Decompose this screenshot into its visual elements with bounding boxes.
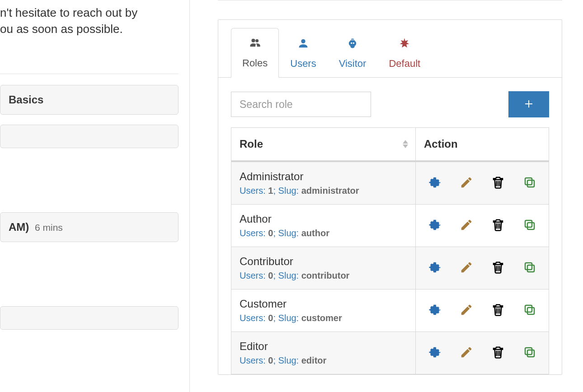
tab-default[interactable]: Default xyxy=(377,28,432,78)
role-name: Editor xyxy=(240,340,407,353)
table-row: AdministratorUsers: 1; Slug: administrat… xyxy=(231,162,549,205)
toolbar xyxy=(218,78,562,127)
users-label: Users: xyxy=(240,355,268,365)
cell-action xyxy=(416,162,549,204)
gear-icon xyxy=(428,303,442,318)
copy-icon xyxy=(523,345,536,360)
cell-role: ContributorUsers: 0; Slug: contributor xyxy=(231,247,416,289)
edit-button[interactable] xyxy=(459,176,474,191)
role-meta: Users: 1; Slug: administrator xyxy=(240,186,407,196)
clone-button[interactable] xyxy=(522,218,537,233)
clone-button[interactable] xyxy=(522,303,537,318)
role-meta: Users: 0; Slug: customer xyxy=(240,313,407,323)
asterisk-icon xyxy=(398,37,411,52)
time-label: AM) xyxy=(9,221,29,233)
users-label: Users: xyxy=(240,228,268,238)
tab-visitor[interactable]: Visitor xyxy=(328,28,378,78)
pencil-icon xyxy=(460,303,473,318)
gear-icon xyxy=(428,261,442,275)
edit-button[interactable] xyxy=(459,345,474,361)
trash-icon xyxy=(491,303,505,318)
copy-icon xyxy=(523,176,536,191)
sort-icon xyxy=(403,140,408,148)
settings-button[interactable] xyxy=(427,303,442,318)
tab-default-label: Default xyxy=(389,58,420,70)
users-label: Users: xyxy=(240,186,268,196)
tab-roles[interactable]: Roles xyxy=(231,28,279,78)
time-meta: 6 mins xyxy=(35,222,63,233)
divider xyxy=(0,74,179,74)
edit-button[interactable] xyxy=(459,303,474,318)
settings-button[interactable] xyxy=(427,261,442,276)
cell-role: AdministratorUsers: 1; Slug: administrat… xyxy=(231,162,416,204)
pencil-icon xyxy=(460,218,473,233)
clone-button[interactable] xyxy=(522,176,537,191)
slug-label: Slug: xyxy=(278,355,301,365)
users-label: Users: xyxy=(240,271,268,280)
delete-button[interactable] xyxy=(490,176,506,191)
roles-panel: Roles Users Visitor Default xyxy=(218,19,562,375)
users-count: 0 xyxy=(268,313,273,323)
tab-roles-label: Roles xyxy=(242,57,268,69)
left-sidebar: n't hesitate to reach out by ou as soon … xyxy=(0,0,190,392)
clone-button[interactable] xyxy=(522,345,537,361)
meta-sep: ; xyxy=(273,228,278,238)
slug-value: editor xyxy=(301,355,327,365)
edit-button[interactable] xyxy=(459,261,474,276)
users-count: 0 xyxy=(268,355,273,365)
gear-icon xyxy=(428,345,442,360)
card-empty-2[interactable] xyxy=(0,306,179,330)
cell-role: CustomerUsers: 0; Slug: customer xyxy=(231,289,416,331)
col-action-label: Action xyxy=(424,138,458,150)
settings-button[interactable] xyxy=(427,218,442,233)
tab-users[interactable]: Users xyxy=(279,28,327,78)
cell-action xyxy=(416,332,549,374)
cell-action xyxy=(416,205,549,247)
trash-icon xyxy=(491,176,505,191)
delete-button[interactable] xyxy=(490,218,506,233)
meta-sep: ; xyxy=(273,271,278,280)
slug-label: Slug: xyxy=(278,271,301,280)
plus-icon xyxy=(523,98,534,111)
intro-line-2: ou as soon as possible. xyxy=(0,22,123,36)
table-header: Role Action xyxy=(231,128,549,162)
table-row: CustomerUsers: 0; Slug: customer xyxy=(231,289,549,332)
slug-value: administrator xyxy=(301,186,359,196)
role-name: Author xyxy=(240,213,407,225)
meta-sep: ; xyxy=(273,355,278,365)
trash-icon xyxy=(491,218,505,233)
delete-button[interactable] xyxy=(490,261,506,276)
add-role-button[interactable] xyxy=(508,91,549,117)
settings-button[interactable] xyxy=(427,345,442,361)
edit-button[interactable] xyxy=(459,218,474,233)
cell-role: EditorUsers: 0; Slug: editor xyxy=(231,332,416,374)
users-count: 1 xyxy=(268,186,273,196)
cell-action xyxy=(416,247,549,289)
role-name: Contributor xyxy=(240,255,407,268)
cell-action xyxy=(416,289,549,331)
top-divider xyxy=(218,0,562,0)
pencil-icon xyxy=(460,345,473,360)
col-role[interactable]: Role xyxy=(231,128,416,160)
meta-sep: ; xyxy=(273,313,278,323)
card-empty-1[interactable] xyxy=(0,125,179,148)
delete-button[interactable] xyxy=(490,303,506,318)
slug-label: Slug: xyxy=(278,313,301,323)
slug-value: author xyxy=(301,228,329,238)
slug-label: Slug: xyxy=(278,228,301,238)
settings-button[interactable] xyxy=(427,176,442,191)
users-count: 0 xyxy=(268,228,273,238)
gear-icon xyxy=(428,218,442,233)
clone-button[interactable] xyxy=(522,261,537,276)
gear-icon xyxy=(428,176,442,191)
basics-card[interactable]: Basics xyxy=(0,85,179,115)
time-card[interactable]: AM) 6 mins xyxy=(0,212,179,242)
col-role-label: Role xyxy=(240,138,263,150)
pencil-icon xyxy=(460,261,473,275)
search-input[interactable] xyxy=(231,92,371,117)
table-row: EditorUsers: 0; Slug: editor xyxy=(231,332,549,374)
delete-button[interactable] xyxy=(490,345,506,361)
visitor-icon xyxy=(346,37,359,52)
table-row: AuthorUsers: 0; Slug: author xyxy=(231,205,549,247)
role-name: Administrator xyxy=(240,170,407,183)
